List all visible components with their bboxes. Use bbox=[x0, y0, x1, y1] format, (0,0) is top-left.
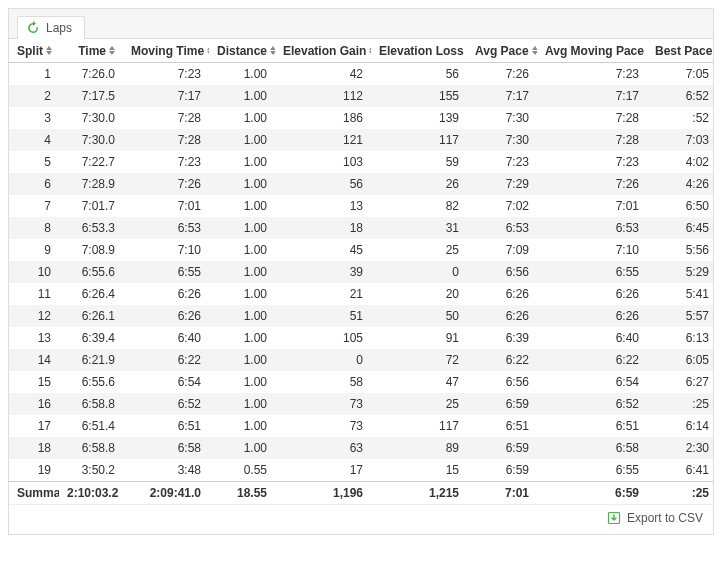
table-row[interactable]: 57:22.77:231.00103597:237:234:0215315 bbox=[9, 151, 713, 173]
cell-time: 7:30.0 bbox=[59, 107, 123, 129]
col-header-avgPace[interactable]: Avg Pace bbox=[467, 39, 537, 62]
cell-distance: 1.00 bbox=[209, 129, 275, 151]
cell-elevLoss: 117 bbox=[371, 415, 467, 437]
cell-time: 6:39.4 bbox=[59, 327, 123, 349]
col-header-time[interactable]: Time bbox=[59, 39, 123, 62]
table-row[interactable]: 116:26.46:261.0021206:266:265:4116817 bbox=[9, 283, 713, 305]
col-header-elevGain[interactable]: Elevation Gain bbox=[275, 39, 371, 62]
cell-elevLoss: 91 bbox=[371, 327, 467, 349]
cell-elevGain: 73 bbox=[275, 415, 371, 437]
table-row[interactable]: 77:01.77:011.0013827:027:016:5015315 bbox=[9, 195, 713, 217]
col-header-distance[interactable]: Distance bbox=[209, 39, 275, 62]
cell-split: 16 bbox=[9, 393, 59, 415]
cell-avgPace: 6:26 bbox=[467, 283, 537, 305]
col-header-movingTime[interactable]: Moving Time bbox=[123, 39, 209, 62]
cell-distance: 1.00 bbox=[209, 437, 275, 459]
cell-avgPace: 6:53 bbox=[467, 217, 537, 239]
table-row[interactable]: 166:58.86:521.0073256:596:52:2516817 bbox=[9, 393, 713, 415]
cell-avgMovingPace: 7:10 bbox=[537, 239, 647, 261]
cell-elevGain: 18 bbox=[275, 217, 371, 239]
cell-avgMovingPace: 6:51 bbox=[537, 415, 647, 437]
cell-elevGain: 13 bbox=[275, 195, 371, 217]
cell-movingTime: 6:51 bbox=[123, 415, 209, 437]
tab-laps[interactable]: Laps bbox=[17, 16, 85, 40]
cell-movingTime: 6:55 bbox=[123, 261, 209, 283]
col-header-label: Moving Time bbox=[131, 44, 204, 58]
cell-time: 6:58.8 bbox=[59, 437, 123, 459]
table-row[interactable]: 126:26.16:261.0051506:266:265:5717017 bbox=[9, 305, 713, 327]
cell-elevLoss: 72 bbox=[371, 349, 467, 371]
cell-split: 15 bbox=[9, 371, 59, 393]
cell-movingTime: 6:26 bbox=[123, 305, 209, 327]
col-header-avgMovingPace[interactable]: Avg Moving Pace bbox=[537, 39, 647, 62]
summary-bestPace: :25 bbox=[647, 481, 713, 504]
table-row[interactable]: 67:28.97:261.0056267:297:264:2615516 bbox=[9, 173, 713, 195]
cell-time: 6:26.4 bbox=[59, 283, 123, 305]
table-scroll[interactable]: SplitTimeMoving TimeDistanceElevation Ga… bbox=[9, 39, 713, 504]
col-header-elevLoss[interactable]: Elevation Loss bbox=[371, 39, 467, 62]
cell-elevGain: 121 bbox=[275, 129, 371, 151]
table-row[interactable]: 17:26.07:231.0042567:267:237:051161 bbox=[9, 62, 713, 85]
cell-movingTime: 7:17 bbox=[123, 85, 209, 107]
col-header-label: Time bbox=[78, 44, 106, 58]
refresh-icon bbox=[26, 21, 40, 35]
cell-avgPace: 6:22 bbox=[467, 349, 537, 371]
table-row[interactable]: 86:53.36:531.0018316:536:536:4515415 bbox=[9, 217, 713, 239]
cell-elevLoss: 15 bbox=[371, 459, 467, 482]
cell-distance: 0.55 bbox=[209, 459, 275, 482]
table-row[interactable]: 146:21.96:221.000726:226:226:0517017 bbox=[9, 349, 713, 371]
cell-movingTime: 7:28 bbox=[123, 107, 209, 129]
cell-avgMovingPace: 7:28 bbox=[537, 129, 647, 151]
table-row[interactable]: 27:17.57:171.001121557:177:176:5215816 bbox=[9, 85, 713, 107]
sort-icon bbox=[46, 46, 52, 55]
cell-elevGain: 39 bbox=[275, 261, 371, 283]
cell-avgMovingPace: 6:58 bbox=[537, 437, 647, 459]
cell-elevLoss: 26 bbox=[371, 173, 467, 195]
cell-avgPace: 7:17 bbox=[467, 85, 537, 107]
cell-elevGain: 105 bbox=[275, 327, 371, 349]
cell-distance: 1.00 bbox=[209, 217, 275, 239]
cell-split: 17 bbox=[9, 415, 59, 437]
cell-elevLoss: 89 bbox=[371, 437, 467, 459]
cell-split: 7 bbox=[9, 195, 59, 217]
cell-elevGain: 112 bbox=[275, 85, 371, 107]
panel-footer: Export to CSV bbox=[9, 504, 713, 534]
cell-time: 6:55.6 bbox=[59, 371, 123, 393]
col-header-bestPace[interactable]: Best Pace bbox=[647, 39, 713, 62]
col-header-label: Distance bbox=[217, 44, 267, 58]
cell-split: 18 bbox=[9, 437, 59, 459]
cell-movingTime: 7:23 bbox=[123, 151, 209, 173]
table-row[interactable]: 186:58.86:581.0063896:596:582:3016817 bbox=[9, 437, 713, 459]
table-row[interactable]: 47:30.07:281.001211177:307:287:0315315 bbox=[9, 129, 713, 151]
cell-elevLoss: 139 bbox=[371, 107, 467, 129]
cell-elevLoss: 20 bbox=[371, 283, 467, 305]
cell-split: 19 bbox=[9, 459, 59, 482]
table-row[interactable]: 106:55.66:551.003906:566:555:2916016 bbox=[9, 261, 713, 283]
header-row: SplitTimeMoving TimeDistanceElevation Ga… bbox=[9, 39, 713, 62]
col-header-split[interactable]: Split bbox=[9, 39, 59, 62]
cell-movingTime: 7:28 bbox=[123, 129, 209, 151]
cell-split: 5 bbox=[9, 151, 59, 173]
cell-split: 13 bbox=[9, 327, 59, 349]
summary-elevLoss: 1,215 bbox=[371, 481, 467, 504]
cell-movingTime: 7:23 bbox=[123, 62, 209, 85]
table-row[interactable]: 97:08.97:101.0045257:097:105:5615616 bbox=[9, 239, 713, 261]
summary-row: Summary2:10:03.22:09:41.018.551,1961,215… bbox=[9, 481, 713, 504]
summary-avgMovingPace: 6:59 bbox=[537, 481, 647, 504]
table-row[interactable]: 176:51.46:511.00731176:516:516:1416917 bbox=[9, 415, 713, 437]
cell-split: 8 bbox=[9, 217, 59, 239]
cell-time: 6:58.8 bbox=[59, 393, 123, 415]
cell-avgPace: 6:59 bbox=[467, 459, 537, 482]
cell-elevLoss: 0 bbox=[371, 261, 467, 283]
cell-avgMovingPace: 6:55 bbox=[537, 261, 647, 283]
cell-bestPace: 6:05 bbox=[647, 349, 713, 371]
table-row[interactable]: 136:39.46:401.00105916:396:406:1317017 bbox=[9, 327, 713, 349]
cell-bestPace: 6:14 bbox=[647, 415, 713, 437]
table-row[interactable]: 193:50.23:480.5517156:596:556:4117117 bbox=[9, 459, 713, 482]
cell-distance: 1.00 bbox=[209, 85, 275, 107]
cell-distance: 1.00 bbox=[209, 371, 275, 393]
table-row[interactable]: 37:30.07:281.001861397:307:28:5215215 bbox=[9, 107, 713, 129]
table-row[interactable]: 156:55.66:541.0058476:566:546:2717217 bbox=[9, 371, 713, 393]
cell-elevGain: 56 bbox=[275, 173, 371, 195]
export-csv-button[interactable]: Export to CSV bbox=[607, 511, 703, 525]
